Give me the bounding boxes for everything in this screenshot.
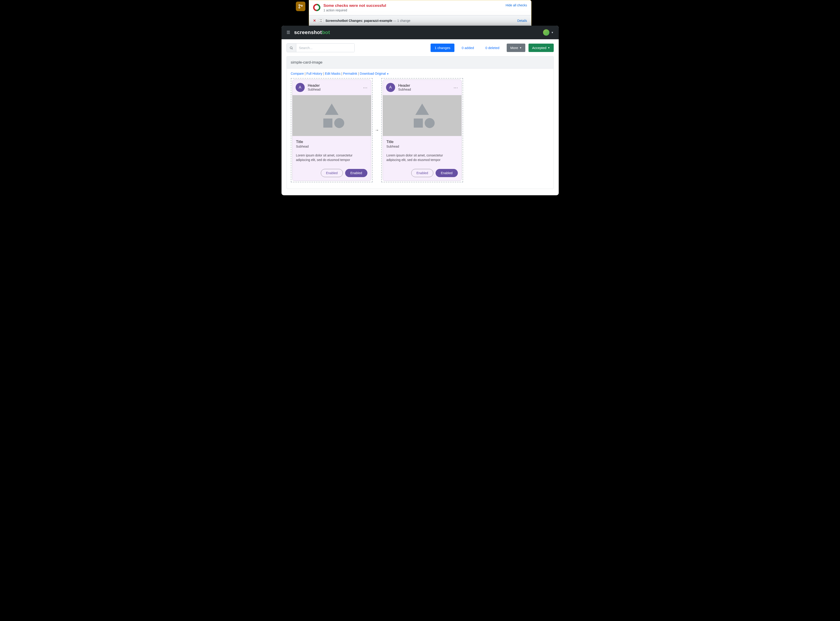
after-screenshot[interactable]: A Header Subhead ⋮ xyxy=(381,78,463,182)
filled-button[interactable]: Enabled xyxy=(436,169,457,177)
checks-subtitle: 1 action required xyxy=(324,8,506,12)
toolbar: 1 changes 0 added 0 deleted More▼ Accept… xyxy=(281,39,559,56)
action-links-row: Compare | Full History | Edit Masks | Pe… xyxy=(291,72,549,76)
git-merge-icon xyxy=(296,2,305,11)
svg-line-4 xyxy=(292,48,293,49)
card-header-title: Header xyxy=(398,83,450,88)
svg-marker-5 xyxy=(325,103,339,115)
download-original-link[interactable]: Download Original ▼ xyxy=(360,72,389,76)
before-screenshot[interactable]: A Header Subhead ⋮ xyxy=(291,78,373,182)
diff-row: A Header Subhead ⋮ xyxy=(291,78,549,182)
status-ring-icon xyxy=(311,2,322,12)
arrow-right-icon: → xyxy=(375,128,379,133)
card-header-subhead: Subhead xyxy=(398,88,450,91)
card-header-subhead: Subhead xyxy=(308,88,360,91)
check-details-link[interactable]: Details xyxy=(517,19,527,23)
card-title: Title xyxy=(386,139,458,144)
svg-point-10 xyxy=(425,118,434,128)
more-vert-icon[interactable]: ⋮ xyxy=(363,86,368,89)
screenshotbot-window: ☰ screenshotbot ▼ 1 changes 0 added 0 de… xyxy=(281,26,559,195)
hide-all-checks-link[interactable]: Hide all checks xyxy=(506,3,527,7)
sample-card: A Header Subhead ⋮ xyxy=(292,79,371,181)
shapes-placeholder-icon xyxy=(407,101,437,130)
chevron-down-icon: ▼ xyxy=(548,47,550,49)
card-body-text: Lorem ipsum dolor sit amet, consectetur … xyxy=(386,153,458,162)
added-count-link[interactable]: 0 added xyxy=(457,44,478,52)
card-media-placeholder xyxy=(292,95,371,136)
shapes-placeholder-icon xyxy=(317,101,346,130)
svg-marker-8 xyxy=(415,103,429,115)
accepted-button[interactable]: Accepted▼ xyxy=(529,44,553,52)
svg-point-3 xyxy=(290,47,292,48)
outline-button[interactable]: Enabled xyxy=(321,169,343,177)
compare-link[interactable]: Compare xyxy=(291,72,304,76)
hamburger-menu-icon[interactable]: ☰ xyxy=(287,30,290,35)
card-title: Title xyxy=(296,139,368,144)
search-button[interactable] xyxy=(287,44,296,52)
screenshotbot-app-icon xyxy=(318,18,323,23)
test-name-header: simple-card-image xyxy=(287,56,554,68)
filled-button[interactable]: Enabled xyxy=(345,169,367,177)
card-media-placeholder xyxy=(383,95,462,136)
x-fail-icon: ✕ xyxy=(313,19,316,23)
svg-point-2 xyxy=(299,7,300,8)
app-header: ☰ screenshotbot ▼ xyxy=(281,26,559,39)
card-header-title: Header xyxy=(308,83,360,88)
checks-title: Some checks were not successful xyxy=(324,3,506,8)
chevron-down-icon: ▼ xyxy=(519,47,522,49)
search-input[interactable] xyxy=(296,44,354,52)
check-suffix: — 1 change xyxy=(392,19,410,23)
user-menu-caret-icon[interactable]: ▼ xyxy=(551,31,554,34)
deleted-count-link[interactable]: 0 deleted xyxy=(481,44,503,52)
svg-rect-6 xyxy=(323,118,333,127)
card-avatar: A xyxy=(296,83,305,92)
svg-point-7 xyxy=(334,118,344,128)
github-checks-panel: Some checks were not successful 1 action… xyxy=(309,0,532,26)
search-icon xyxy=(290,46,293,50)
chevron-down-icon: ▼ xyxy=(387,73,389,75)
test-body: Compare | Full History | Edit Masks | Pe… xyxy=(287,68,554,189)
check-row: ✕ Screenshotbot Changes: paparazzi-examp… xyxy=(309,15,531,26)
card-avatar: A xyxy=(386,83,395,92)
check-name: Screenshotbot Changes: paparazzi-example xyxy=(326,19,392,23)
more-button[interactable]: More▼ xyxy=(507,44,525,52)
svg-rect-9 xyxy=(414,118,423,127)
outline-button[interactable]: Enabled xyxy=(411,169,433,177)
card-body-text: Lorem ipsum dolor sit amet, consectetur … xyxy=(296,153,368,162)
card-title-subhead: Subhead xyxy=(296,145,368,148)
user-avatar[interactable] xyxy=(543,29,549,36)
permalink-link[interactable]: Permalink xyxy=(343,72,357,76)
card-title-subhead: Subhead xyxy=(386,145,458,148)
changes-count-pill[interactable]: 1 changes xyxy=(431,44,454,52)
edit-masks-link[interactable]: Edit Masks xyxy=(325,72,340,76)
brand-logo[interactable]: screenshotbot xyxy=(294,30,330,35)
full-history-link[interactable]: Full History xyxy=(307,72,322,76)
sample-card: A Header Subhead ⋮ xyxy=(383,79,462,181)
svg-point-0 xyxy=(299,5,300,6)
search-group xyxy=(287,43,355,52)
more-vert-icon[interactable]: ⋮ xyxy=(453,86,458,89)
